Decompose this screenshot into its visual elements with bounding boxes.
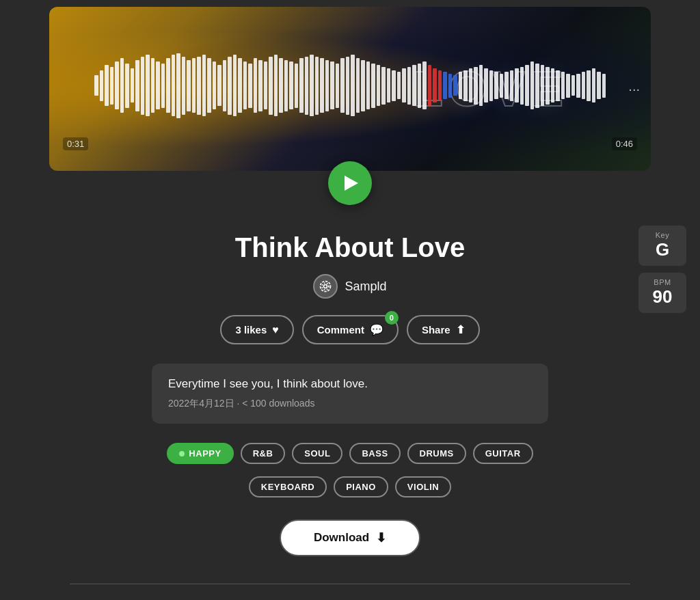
waveform-bar bbox=[525, 65, 529, 106]
waveform-bar bbox=[120, 58, 124, 113]
comment-button[interactable]: Comment 💬 0 bbox=[302, 315, 399, 344]
waveform-bar bbox=[443, 72, 447, 99]
tag-label: PIANO bbox=[346, 482, 376, 492]
waveform-bar bbox=[592, 68, 596, 103]
waveform-bar bbox=[176, 53, 180, 118]
description-box: Everytime I see you, I think about love.… bbox=[152, 364, 548, 424]
likes-label: 3 likes bbox=[235, 324, 267, 336]
download-button[interactable]: Download ⬇ bbox=[280, 519, 420, 556]
tag-keyboard[interactable]: KEYBOARD bbox=[249, 476, 327, 497]
player-background: LOVE 0:31 0:46 ··· bbox=[49, 7, 651, 171]
waveform-bar bbox=[207, 58, 211, 113]
waveform-bar bbox=[576, 74, 580, 98]
waveform-bar bbox=[187, 60, 191, 111]
waveform-bar bbox=[284, 60, 288, 111]
waveform-bar bbox=[438, 70, 442, 101]
tag-label: KEYBOARD bbox=[261, 482, 314, 492]
waveform-bar bbox=[474, 67, 478, 105]
waveform-bar bbox=[110, 67, 114, 105]
bpm-value: 90 bbox=[649, 286, 675, 308]
tag-label: SOUL bbox=[304, 448, 330, 459]
tag-label: GUITAR bbox=[485, 448, 521, 459]
waveform-bar bbox=[310, 55, 314, 116]
waveform-bar bbox=[156, 62, 160, 109]
waveform-bar bbox=[151, 58, 155, 113]
waveform[interactable] bbox=[94, 51, 606, 120]
waveform-bar bbox=[274, 55, 278, 116]
waveform-bar bbox=[530, 62, 535, 109]
waveform-bar bbox=[161, 64, 165, 108]
waveform-bar bbox=[463, 70, 468, 101]
waveform-bar bbox=[418, 64, 422, 108]
waveform-bar bbox=[233, 55, 237, 116]
waveform-bar bbox=[566, 74, 570, 98]
waveform-bar bbox=[105, 65, 109, 106]
waveform-bar bbox=[597, 72, 601, 99]
waveform-bar bbox=[361, 60, 365, 111]
waveform-bar bbox=[448, 74, 453, 98]
waveform-bar bbox=[228, 57, 232, 115]
artist-icon bbox=[313, 274, 338, 299]
waveform-bar bbox=[336, 64, 340, 108]
key-card: Key G bbox=[638, 226, 686, 266]
artist-row: Sampld bbox=[313, 274, 386, 299]
heart-icon: ♥ bbox=[272, 324, 279, 336]
waveform-bar bbox=[602, 74, 606, 98]
svg-point-0 bbox=[324, 285, 327, 288]
play-icon bbox=[345, 176, 358, 191]
share-button[interactable]: Share ⬆ bbox=[407, 315, 480, 344]
comment-icon: 💬 bbox=[370, 323, 383, 336]
bpm-label: BPM bbox=[649, 278, 675, 286]
waveform-bar bbox=[346, 57, 350, 115]
waveform-bar bbox=[340, 58, 345, 113]
waveform-bar bbox=[182, 57, 186, 115]
waveform-bar bbox=[371, 64, 375, 108]
waveform-bar bbox=[459, 72, 463, 99]
waveform-bar bbox=[571, 75, 576, 96]
waveform-bar bbox=[489, 70, 494, 101]
waveform-bar bbox=[546, 67, 550, 105]
waveform-bar bbox=[535, 64, 539, 108]
waveform-bar bbox=[258, 60, 262, 111]
waveform-bar bbox=[412, 65, 416, 106]
share-icon: ⬆ bbox=[456, 323, 465, 336]
likes-button[interactable]: 3 likes ♥ bbox=[220, 315, 293, 344]
waveform-bar bbox=[484, 68, 488, 103]
key-label: Key bbox=[649, 231, 675, 239]
tag-piano[interactable]: PIANO bbox=[334, 476, 388, 497]
tag-soul[interactable]: SOUL bbox=[292, 443, 342, 464]
waveform-bar bbox=[192, 58, 196, 113]
waveform-bar bbox=[387, 68, 391, 103]
tag-violin[interactable]: VIOLIN bbox=[395, 476, 451, 497]
bpm-card: BPM 90 bbox=[638, 273, 686, 313]
tag-drums[interactable]: DRUMS bbox=[407, 443, 466, 464]
tag-guitar[interactable]: GUITAR bbox=[473, 443, 533, 464]
waveform-bar bbox=[551, 68, 555, 103]
waveform-bar bbox=[469, 68, 473, 103]
waveform-bar bbox=[320, 58, 324, 113]
waveform-bar bbox=[556, 70, 560, 101]
waveform-bar bbox=[115, 62, 119, 109]
tag-randb[interactable]: R&B bbox=[241, 443, 286, 464]
waveform-bar bbox=[494, 72, 498, 99]
waveform-bar bbox=[325, 60, 329, 111]
waveform-bar bbox=[269, 57, 273, 115]
options-menu[interactable]: ··· bbox=[628, 81, 640, 97]
tag-bass[interactable]: BASS bbox=[349, 443, 400, 464]
play-button[interactable] bbox=[328, 161, 372, 205]
tag-label: R&B bbox=[253, 448, 273, 459]
key-value: G bbox=[649, 239, 675, 260]
svg-point-2 bbox=[322, 283, 329, 290]
actions-row: 3 likes ♥ Comment 💬 0 Share ⬆ bbox=[220, 315, 479, 344]
waveform-bar bbox=[213, 62, 217, 109]
waveform-bar bbox=[520, 67, 524, 105]
waveform-bar bbox=[500, 74, 504, 98]
divider bbox=[70, 584, 630, 584]
tags-row-2: KEYBOARDPIANOVIOLIN bbox=[152, 476, 548, 497]
tag-happy[interactable]: HAPPY bbox=[167, 443, 233, 464]
waveform-bar bbox=[243, 62, 247, 109]
waveform-bar bbox=[100, 70, 104, 101]
waveform-bar bbox=[299, 58, 304, 113]
waveform-bar bbox=[315, 57, 319, 115]
player-section: LOVE 0:31 0:46 ··· bbox=[49, 7, 651, 205]
